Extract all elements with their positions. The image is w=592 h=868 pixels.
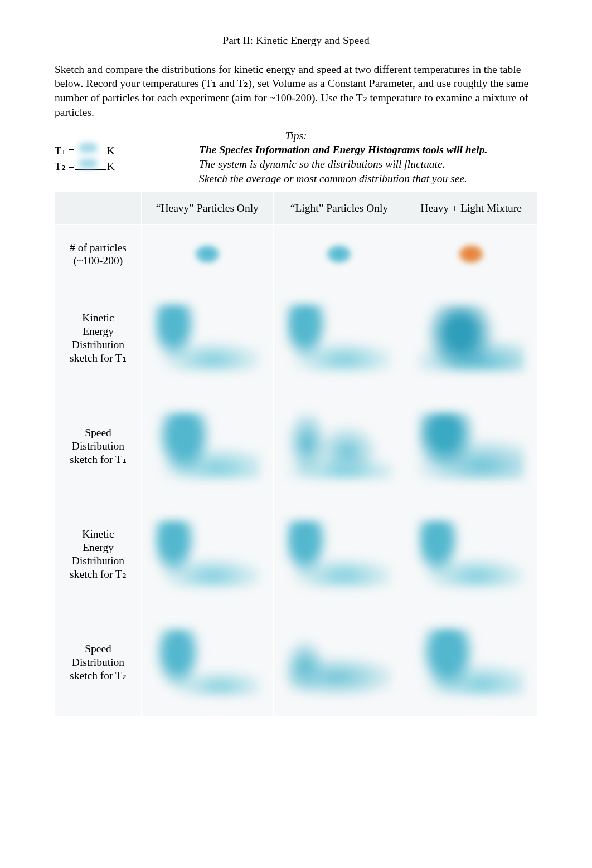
- distribution-table: “Heavy” Particles Only “Light” Particles…: [55, 192, 537, 717]
- blur-icon: [326, 245, 352, 264]
- cell-spd-t1-heavy: [142, 392, 274, 500]
- t1-unit: K: [107, 144, 115, 158]
- t1-value-field[interactable]: [75, 143, 106, 154]
- cell-ke-t1-light: [273, 284, 405, 392]
- temps-and-tips: T₁ = K T₂ = K The Species Information an…: [55, 143, 537, 186]
- t2-line: T₂ = K: [55, 158, 180, 174]
- cell-spd-t2-light: [273, 608, 405, 716]
- label-ke-t2: KineticEnergyDistributionsketch for T₂: [55, 500, 142, 608]
- header-mixture: Heavy + Light Mixture: [405, 192, 537, 225]
- t2-prefix: T₂ =: [55, 159, 75, 174]
- row-ke-t1: KineticEnergyDistributionsketch for T₁: [55, 284, 537, 392]
- t1-line: T₁ = K: [55, 143, 180, 158]
- blur-icon: [195, 245, 220, 264]
- sketch-placeholder: [154, 305, 260, 372]
- sketch-placeholder: [154, 629, 260, 696]
- tips-body: The Species Information and Energy Histo…: [199, 143, 537, 186]
- tips-line-1: The Species Information and Energy Histo…: [199, 143, 537, 157]
- label-ke-t1: KineticEnergyDistributionsketch for T₁: [55, 284, 142, 392]
- sketch-placeholder: [154, 413, 260, 480]
- row-num-particles: # of particles(~100-200): [55, 225, 537, 284]
- tips-line-2: The system is dynamic so the distributio…: [199, 157, 537, 172]
- header-heavy: “Heavy” Particles Only: [142, 192, 274, 225]
- sketch-placeholder: [286, 521, 392, 588]
- tips-line-3: Sketch the average or most common distri…: [199, 172, 537, 186]
- blur-icon: [458, 245, 484, 264]
- sketch-placeholder: [286, 413, 392, 480]
- cell-spd-t2-mix: [405, 608, 537, 716]
- cell-ke-t2-heavy: [142, 500, 274, 608]
- label-spd-t1: SpeedDistributionsketch for T₁: [55, 392, 142, 500]
- sketch-placeholder: [418, 413, 524, 480]
- t2-unit: K: [107, 159, 115, 174]
- sketch-placeholder: [418, 305, 524, 372]
- sketch-placeholder: [418, 521, 524, 588]
- tips-label: Tips:: [55, 129, 537, 143]
- section-title: Part II: Kinetic Energy and Speed: [55, 33, 537, 48]
- intro-paragraph: Sketch and compare the distributions for…: [55, 62, 537, 120]
- cell-np-heavy: [142, 225, 274, 284]
- cell-np-light: [273, 225, 405, 284]
- sketch-placeholder: [418, 629, 524, 696]
- sketch-placeholder: [286, 629, 392, 696]
- label-spd-t2: SpeedDistributionsketch for T₂: [55, 608, 142, 716]
- cell-spd-t1-mix: [405, 392, 537, 500]
- cell-ke-t1-mix: [405, 284, 537, 392]
- t1-prefix: T₁ =: [55, 144, 75, 158]
- row-spd-t2: SpeedDistributionsketch for T₂: [55, 608, 537, 716]
- label-num-particles: # of particles(~100-200): [55, 225, 142, 284]
- sketch-placeholder: [286, 305, 392, 372]
- table-header-row: “Heavy” Particles Only “Light” Particles…: [55, 192, 537, 225]
- header-light: “Light” Particles Only: [273, 192, 405, 225]
- cell-np-mix: [405, 225, 537, 284]
- t2-value-field[interactable]: [75, 158, 106, 170]
- cell-ke-t2-light: [273, 500, 405, 608]
- temperature-inputs: T₁ = K T₂ = K: [55, 143, 180, 173]
- row-spd-t1: SpeedDistributionsketch for T₁: [55, 392, 537, 500]
- row-ke-t2: KineticEnergyDistributionsketch for T₂: [55, 500, 537, 608]
- header-blank: [55, 192, 142, 225]
- cell-spd-t2-heavy: [142, 608, 274, 716]
- cell-ke-t1-heavy: [142, 284, 274, 392]
- cell-ke-t2-mix: [405, 500, 537, 608]
- cell-spd-t1-light: [273, 392, 405, 500]
- sketch-placeholder: [154, 521, 260, 588]
